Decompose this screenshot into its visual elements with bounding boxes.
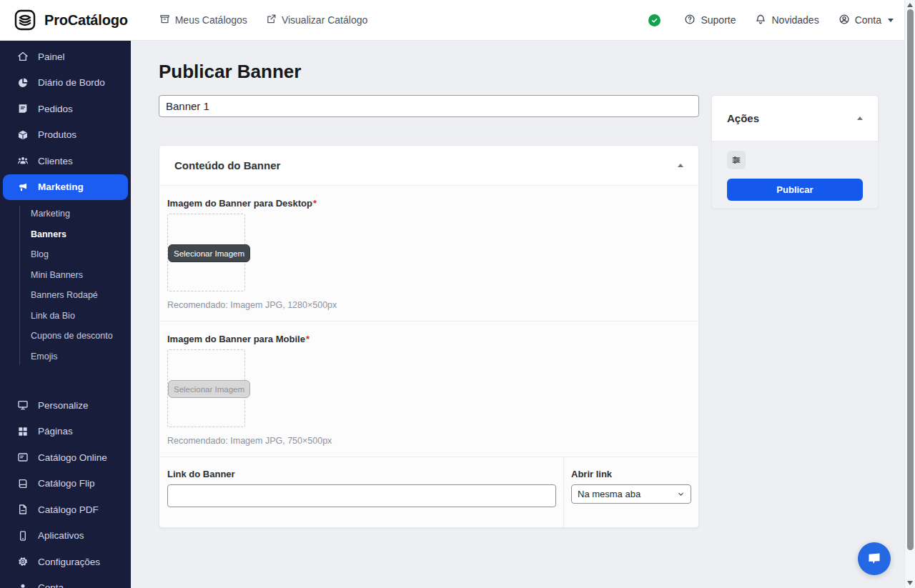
sidebar-item-diario-de-bordo[interactable]: Diário de Bordo [0,70,131,96]
page-title: Publicar Banner [159,61,915,83]
mobile-image-section: Imagem do Banner para Mobile* Selecionar… [159,322,698,457]
open-link-label: Abrir link [571,469,691,479]
pie-chart-icon [17,77,29,89]
home-icon [17,51,29,62]
marketing-submenu: MarketingBannersBlogMini BannersBanners … [0,200,131,372]
desktop-image-section: Imagem do Banner para Desktop* Seleciona… [159,186,698,322]
gear-icon [17,556,29,567]
sidebar-item-configuracoes[interactable]: Configurações [0,549,131,575]
megaphone-icon [17,181,29,193]
publish-button[interactable]: Publicar [727,179,863,201]
required-asterisk: * [306,334,310,344]
sidebar-item-aplicativos[interactable]: Aplicativos [0,523,131,549]
chat-widget-button[interactable] [858,542,891,575]
user-circle-icon [839,14,850,27]
link-label: Link do Banner [167,469,556,479]
content-card: Conteúdo do Banner Imagem do Banner para… [159,145,699,528]
image-card-icon [17,452,29,463]
mobile-image-hint: Recomendado: Imagem JPG, 750×500px [167,436,691,446]
status-check-icon [648,14,661,26]
submenu-item-emojis[interactable]: Emojis [31,347,131,367]
submenu-item-link-da-bio[interactable]: Link da Bio [31,306,131,327]
header-nav: Meus CatálogosVisualizar Catálogo [159,14,368,26]
procatalogo-logo-icon [13,8,37,32]
sidebar-item-catalogo-pdf[interactable]: Catálogo PDF [0,497,131,523]
submenu-item-marketing[interactable]: Marketing [31,204,131,224]
content-card-title: Conteúdo do Banner [174,159,280,171]
mobile-image-label: Imagem do Banner para Mobile [167,334,305,344]
submenu-item-mini-banners[interactable]: Mini Banners [31,265,131,286]
main-content: Publicar Banner Conteúdo do Banner Image… [131,41,915,588]
sidebar: PainelDiário de BordoPedidosProdutosClie… [0,41,131,588]
sidebar-item-produtos[interactable]: Produtos [0,122,131,149]
external-link-icon [266,14,277,26]
settings-sliders-button[interactable] [727,151,746,169]
sidebar-item-paginas[interactable]: Páginas [0,419,131,445]
document-icon [17,103,29,114]
sidebar-nav: PainelDiário de BordoPedidosProdutosClie… [0,44,131,588]
chat-bubble-icon [866,550,883,567]
sidebar-item-clientes[interactable]: Clientes [0,148,131,174]
actions-title: Ações [727,112,759,124]
users-icon [17,155,29,166]
chevron-down-icon [677,490,685,498]
desktop-image-dropzone[interactable]: Selecionar Imagem [167,214,245,291]
desktop-image-label: Imagem do Banner para Desktop [167,198,312,209]
collapse-caret-icon[interactable] [857,116,863,120]
help-circle-icon [684,14,696,27]
nav-visualizar-catalogo[interactable]: Visualizar Catálogo [266,14,367,26]
sidebar-item-marketing[interactable]: Marketing [3,174,128,201]
sliders-icon [731,155,741,165]
submenu-item-banners[interactable]: Banners [31,224,131,245]
nav-meus-catalogos[interactable]: Meus Catálogos [159,14,247,26]
sidebar-item-personalize[interactable]: Personalize [0,392,131,419]
brand[interactable]: ProCatálogo [13,8,128,32]
scrollbar-thumb[interactable] [907,9,914,550]
desktop-image-hint: Recomendado: Imagem JPG, 1280×500px [167,300,691,310]
required-asterisk: * [313,198,317,209]
sidebar-item-catalogo-flip[interactable]: Catálogo Flip [0,471,131,497]
actions-panel: Ações Publicar [711,95,879,209]
bell-icon [755,14,766,27]
content-card-header[interactable]: Conteúdo do Banner [159,146,698,186]
brand-name: ProCatálogo [44,12,128,29]
link-section: Link do Banner Abrir link Na mesma aba [159,457,698,527]
file-pdf-icon [17,504,29,515]
scroll-down-arrow-icon[interactable] [907,581,913,585]
sidebar-item-painel[interactable]: Painel [0,44,131,70]
package-icon [17,129,29,141]
actions-panel-header[interactable]: Ações [712,96,878,141]
sidebar-item-catalogo-online[interactable]: Catálogo Online [0,444,131,471]
collapse-caret-icon[interactable] [678,164,683,167]
monitor-icon [17,399,29,411]
desktop-select-image-button[interactable]: Selecionar Imagem [168,244,250,262]
mobile-image-dropzone[interactable]: Selecionar Imagem [167,349,245,427]
submenu-item-blog[interactable]: Blog [31,244,131,265]
submenu-item-cupons-de-desconto[interactable]: Cupons de desconto [31,326,131,347]
banner-name-input[interactable] [159,95,699,117]
book-icon [17,478,29,489]
user-icon [17,582,29,588]
header-right: SuporteNovidadesConta [648,14,894,27]
page-scrollbar[interactable] [904,0,915,588]
header-novidades[interactable]: Novidades [755,14,818,27]
smartphone-icon [17,530,29,542]
mobile-select-image-button[interactable]: Selecionar Imagem [168,380,250,398]
submenu-item-banners-rodape[interactable]: Banners Rodapé [31,285,131,306]
banner-link-input[interactable] [167,484,556,507]
header-suporte[interactable]: Suporte [684,14,736,27]
open-link-select[interactable]: Na mesma aba [571,484,691,504]
scroll-up-arrow-icon[interactable] [907,3,913,7]
archive-icon [159,14,170,26]
sidebar-item-conta[interactable]: Conta [0,575,131,588]
sidebar-item-pedidos[interactable]: Pedidos [0,96,131,122]
caret-down-icon [888,19,894,22]
top-header: ProCatálogo Meus CatálogosVisualizar Cat… [0,0,915,41]
grid-icon [17,426,29,437]
header-conta[interactable]: Conta [839,14,894,27]
open-link-selected-value: Na mesma aba [578,489,640,499]
actions-panel-body: Publicar [712,141,878,208]
